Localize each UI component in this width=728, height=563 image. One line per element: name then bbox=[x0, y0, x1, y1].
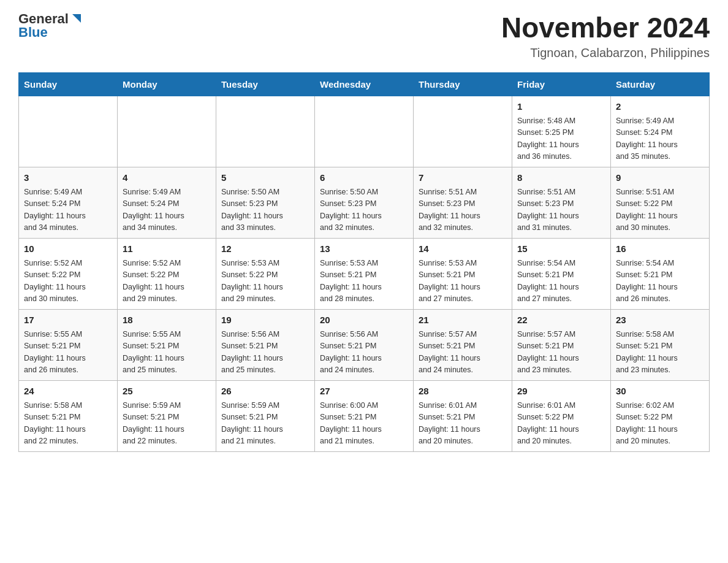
day-cell bbox=[19, 96, 118, 167]
day-number: 25 bbox=[123, 385, 211, 399]
day-cell: 14Sunrise: 5:53 AMSunset: 5:21 PMDayligh… bbox=[414, 238, 512, 309]
day-cell: 28Sunrise: 6:01 AMSunset: 5:21 PMDayligh… bbox=[414, 380, 512, 451]
day-number: 19 bbox=[221, 313, 309, 327]
week-row-3: 10Sunrise: 5:52 AMSunset: 5:22 PMDayligh… bbox=[19, 238, 710, 309]
calendar-header: SundayMondayTuesdayWednesdayThursdayFrid… bbox=[19, 72, 710, 96]
col-header-wednesday: Wednesday bbox=[315, 72, 414, 96]
day-info: Sunrise: 5:53 AMSunset: 5:21 PMDaylight:… bbox=[320, 258, 408, 305]
day-cell: 9Sunrise: 5:51 AMSunset: 5:22 PMDaylight… bbox=[611, 167, 710, 238]
day-number: 2 bbox=[616, 100, 704, 114]
day-number: 23 bbox=[616, 313, 704, 327]
day-cell: 13Sunrise: 5:53 AMSunset: 5:21 PMDayligh… bbox=[315, 238, 414, 309]
calendar-body: 1Sunrise: 5:48 AMSunset: 5:25 PMDaylight… bbox=[19, 96, 710, 451]
page-header: General Blue November 2024 Tignoan, Cala… bbox=[18, 12, 710, 60]
day-info: Sunrise: 5:53 AMSunset: 5:21 PMDaylight:… bbox=[419, 258, 507, 305]
day-number: 4 bbox=[123, 171, 211, 185]
day-number: 12 bbox=[221, 242, 309, 256]
day-number: 15 bbox=[517, 242, 605, 256]
day-cell: 1Sunrise: 5:48 AMSunset: 5:25 PMDaylight… bbox=[512, 96, 611, 167]
subtitle: Tignoan, Calabarzon, Philippines bbox=[501, 46, 710, 60]
day-info: Sunrise: 5:54 AMSunset: 5:21 PMDaylight:… bbox=[517, 258, 605, 305]
day-info: Sunrise: 5:56 AMSunset: 5:21 PMDaylight:… bbox=[221, 329, 309, 377]
day-cell bbox=[414, 96, 512, 167]
day-info: Sunrise: 5:50 AMSunset: 5:23 PMDaylight:… bbox=[221, 186, 309, 234]
main-title: November 2024 bbox=[501, 12, 710, 44]
day-info: Sunrise: 5:49 AMSunset: 5:24 PMDaylight:… bbox=[24, 186, 112, 234]
day-info: Sunrise: 5:54 AMSunset: 5:21 PMDaylight:… bbox=[616, 258, 704, 305]
logo-general-text: General bbox=[18, 12, 69, 26]
day-cell bbox=[118, 96, 216, 167]
day-info: Sunrise: 5:55 AMSunset: 5:21 PMDaylight:… bbox=[24, 329, 112, 377]
day-number: 17 bbox=[24, 313, 112, 327]
day-number: 7 bbox=[419, 171, 507, 185]
day-number: 22 bbox=[517, 313, 605, 327]
day-cell: 19Sunrise: 5:56 AMSunset: 5:21 PMDayligh… bbox=[216, 309, 315, 380]
day-info: Sunrise: 5:51 AMSunset: 5:22 PMDaylight:… bbox=[616, 186, 704, 234]
day-cell: 18Sunrise: 5:55 AMSunset: 5:21 PMDayligh… bbox=[118, 309, 216, 380]
day-cell bbox=[216, 96, 315, 167]
day-cell: 12Sunrise: 5:53 AMSunset: 5:22 PMDayligh… bbox=[216, 238, 315, 309]
logo-arrow-icon bbox=[70, 13, 81, 24]
day-cell: 23Sunrise: 5:58 AMSunset: 5:21 PMDayligh… bbox=[611, 309, 710, 380]
day-number: 20 bbox=[320, 313, 408, 327]
day-cell: 6Sunrise: 5:50 AMSunset: 5:23 PMDaylight… bbox=[315, 167, 414, 238]
svg-marker-0 bbox=[72, 14, 81, 23]
day-cell: 16Sunrise: 5:54 AMSunset: 5:21 PMDayligh… bbox=[611, 238, 710, 309]
day-info: Sunrise: 5:53 AMSunset: 5:22 PMDaylight:… bbox=[221, 258, 309, 305]
day-number: 16 bbox=[616, 242, 704, 256]
day-info: Sunrise: 5:50 AMSunset: 5:23 PMDaylight:… bbox=[320, 186, 408, 234]
day-cell: 24Sunrise: 5:58 AMSunset: 5:21 PMDayligh… bbox=[19, 380, 118, 451]
day-cell: 25Sunrise: 5:59 AMSunset: 5:21 PMDayligh… bbox=[118, 380, 216, 451]
day-info: Sunrise: 5:57 AMSunset: 5:21 PMDaylight:… bbox=[517, 329, 605, 377]
day-cell: 26Sunrise: 5:59 AMSunset: 5:21 PMDayligh… bbox=[216, 380, 315, 451]
week-row-4: 17Sunrise: 5:55 AMSunset: 5:21 PMDayligh… bbox=[19, 309, 710, 380]
day-info: Sunrise: 5:52 AMSunset: 5:22 PMDaylight:… bbox=[24, 258, 112, 305]
day-number: 14 bbox=[419, 242, 507, 256]
day-cell: 27Sunrise: 6:00 AMSunset: 5:21 PMDayligh… bbox=[315, 380, 414, 451]
day-cell: 29Sunrise: 6:01 AMSunset: 5:22 PMDayligh… bbox=[512, 380, 611, 451]
day-cell: 22Sunrise: 5:57 AMSunset: 5:21 PMDayligh… bbox=[512, 309, 611, 380]
day-number: 11 bbox=[123, 242, 211, 256]
day-info: Sunrise: 5:49 AMSunset: 5:24 PMDaylight:… bbox=[123, 186, 211, 234]
day-info: Sunrise: 6:02 AMSunset: 5:22 PMDaylight:… bbox=[616, 400, 704, 448]
col-header-monday: Monday bbox=[118, 72, 216, 96]
day-info: Sunrise: 5:57 AMSunset: 5:21 PMDaylight:… bbox=[419, 329, 507, 377]
day-cell: 8Sunrise: 5:51 AMSunset: 5:23 PMDaylight… bbox=[512, 167, 611, 238]
day-number: 27 bbox=[320, 385, 408, 399]
header-row: SundayMondayTuesdayWednesdayThursdayFrid… bbox=[19, 72, 710, 96]
day-info: Sunrise: 5:49 AMSunset: 5:24 PMDaylight:… bbox=[616, 115, 704, 163]
day-info: Sunrise: 5:51 AMSunset: 5:23 PMDaylight:… bbox=[419, 186, 507, 234]
day-cell: 30Sunrise: 6:02 AMSunset: 5:22 PMDayligh… bbox=[611, 380, 710, 451]
col-header-thursday: Thursday bbox=[414, 72, 512, 96]
day-cell: 2Sunrise: 5:49 AMSunset: 5:24 PMDaylight… bbox=[611, 96, 710, 167]
day-cell: 17Sunrise: 5:55 AMSunset: 5:21 PMDayligh… bbox=[19, 309, 118, 380]
day-info: Sunrise: 6:01 AMSunset: 5:21 PMDaylight:… bbox=[419, 400, 507, 448]
day-number: 28 bbox=[419, 385, 507, 399]
col-header-saturday: Saturday bbox=[611, 72, 710, 96]
day-info: Sunrise: 5:48 AMSunset: 5:25 PMDaylight:… bbox=[517, 115, 605, 163]
day-number: 13 bbox=[320, 242, 408, 256]
day-number: 29 bbox=[517, 385, 605, 399]
day-cell bbox=[315, 96, 414, 167]
col-header-friday: Friday bbox=[512, 72, 611, 96]
day-info: Sunrise: 5:51 AMSunset: 5:23 PMDaylight:… bbox=[517, 186, 605, 234]
day-info: Sunrise: 5:55 AMSunset: 5:21 PMDaylight:… bbox=[123, 329, 211, 377]
day-info: Sunrise: 5:58 AMSunset: 5:21 PMDaylight:… bbox=[616, 329, 704, 377]
day-info: Sunrise: 5:59 AMSunset: 5:21 PMDaylight:… bbox=[221, 400, 309, 448]
day-number: 26 bbox=[221, 385, 309, 399]
col-header-tuesday: Tuesday bbox=[216, 72, 315, 96]
day-number: 5 bbox=[221, 171, 309, 185]
day-number: 9 bbox=[616, 171, 704, 185]
day-cell: 11Sunrise: 5:52 AMSunset: 5:22 PMDayligh… bbox=[118, 238, 216, 309]
day-info: Sunrise: 5:52 AMSunset: 5:22 PMDaylight:… bbox=[123, 258, 211, 305]
calendar-table: SundayMondayTuesdayWednesdayThursdayFrid… bbox=[18, 72, 710, 452]
week-row-5: 24Sunrise: 5:58 AMSunset: 5:21 PMDayligh… bbox=[19, 380, 710, 451]
day-cell: 10Sunrise: 5:52 AMSunset: 5:22 PMDayligh… bbox=[19, 238, 118, 309]
logo-blue-text: Blue bbox=[18, 26, 48, 39]
week-row-1: 1Sunrise: 5:48 AMSunset: 5:25 PMDaylight… bbox=[19, 96, 710, 167]
day-number: 1 bbox=[517, 100, 605, 114]
col-header-sunday: Sunday bbox=[19, 72, 118, 96]
day-info: Sunrise: 5:59 AMSunset: 5:21 PMDaylight:… bbox=[123, 400, 211, 448]
title-block: November 2024 Tignoan, Calabarzon, Phili… bbox=[501, 12, 710, 60]
day-cell: 21Sunrise: 5:57 AMSunset: 5:21 PMDayligh… bbox=[414, 309, 512, 380]
